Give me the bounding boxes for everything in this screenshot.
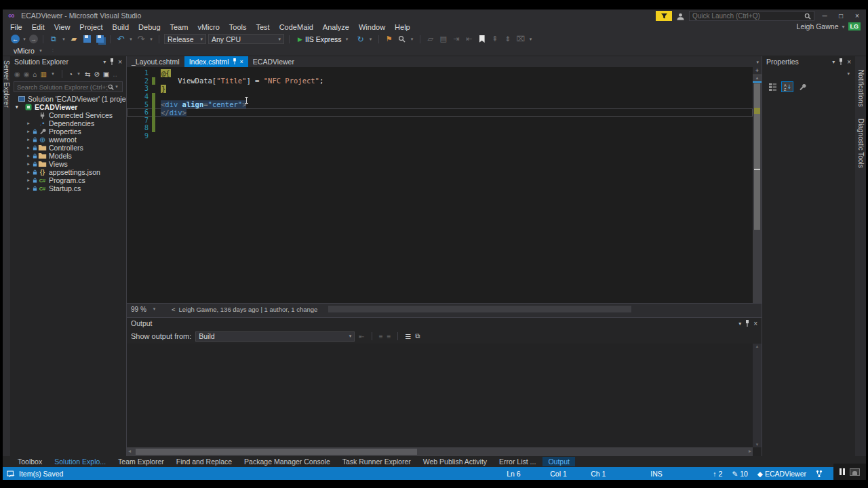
code-line-8[interactable]: 8 (127, 124, 753, 132)
commits-ahead-indicator[interactable]: ↑ 2 (713, 470, 722, 478)
branch-indicator[interactable] (816, 470, 823, 478)
menu-item-build[interactable]: Build (108, 22, 134, 32)
code-line-9[interactable]: 9 (127, 132, 753, 140)
collapse-all-icon[interactable]: ▣ (103, 70, 109, 78)
menu-item-codemaid[interactable]: CodeMaid (275, 22, 318, 32)
right-strip-tab-notifications[interactable]: Notifications (857, 70, 865, 106)
platform-dropdown[interactable]: Any CPU▾ (208, 34, 284, 44)
collapsed-arrow-icon[interactable]: ▸ (25, 169, 32, 175)
breakpoint-margin[interactable] (127, 117, 136, 125)
bottom-tab-error-list-[interactable]: Error List ... (494, 457, 541, 466)
bottom-tab-find-and-replace[interactable]: Find and Replace (171, 457, 237, 466)
collapsed-arrow-icon[interactable]: ▸ (25, 121, 32, 126)
chevron-down-icon[interactable]: ▾ (22, 37, 27, 42)
chevron-down-icon[interactable]: ▾ (410, 37, 415, 42)
breakpoint-margin[interactable] (127, 69, 136, 77)
back-icon[interactable]: ◉ (14, 70, 20, 78)
code-line-4[interactable]: 4 (127, 93, 753, 101)
editor-horizontal-scrollbar[interactable] (328, 304, 762, 314)
switch-views-icon[interactable]: ▥ (41, 70, 47, 78)
menu-item-window[interactable]: Window (354, 22, 390, 32)
chevron-down-icon[interactable]: ▾ (76, 71, 81, 77)
scroll-up-icon[interactable]: ▲ (753, 75, 762, 81)
chevron-down-icon[interactable]: ▾ (738, 321, 741, 327)
tree-item-dependencies[interactable]: ▸.•Dependencies (10, 119, 126, 127)
feedback-filter-icon[interactable] (656, 11, 672, 21)
new-project-button[interactable]: ⧉ (48, 34, 59, 44)
collapsed-arrow-icon[interactable]: ▸ (25, 178, 32, 183)
collapsed-arrow-icon[interactable]: ▸ (25, 153, 32, 159)
pending-changes-filter-icon[interactable]: ◔ (68, 70, 73, 78)
close-icon[interactable]: × (240, 58, 243, 65)
output-source-dropdown[interactable]: Build ▾ (195, 331, 355, 342)
toolbar-overflow-icon[interactable]: ▾ (528, 37, 534, 42)
chevron-down-icon[interactable]: ▾ (61, 37, 66, 42)
scrollbar-thumb[interactable] (754, 83, 760, 230)
save-all-button[interactable] (94, 34, 105, 44)
toggle-word-wrap-icon[interactable]: ⧉ (415, 332, 420, 340)
menu-item-project[interactable]: Project (75, 22, 107, 32)
menu-item-analyze[interactable]: Analyze (318, 22, 354, 32)
codelens-collapse-icon[interactable]: < (172, 306, 176, 313)
navigate-forward-button[interactable]: → (29, 35, 38, 43)
minimize-button[interactable]: ─ (818, 12, 831, 20)
close-icon[interactable]: × (753, 320, 757, 327)
show-all-files-icon[interactable]: ⊘ (94, 70, 99, 78)
save-button[interactable] (81, 34, 92, 44)
forward-icon[interactable]: ◉ (24, 70, 30, 78)
document-tab-ecadviewer[interactable]: ECADViewer (248, 56, 299, 67)
chevron-down-icon[interactable]: ▾ (368, 37, 374, 42)
tree-item-program-cs[interactable]: ▸C#Program.cs (10, 176, 126, 184)
close-button[interactable]: × (851, 12, 863, 20)
menu-item-test[interactable]: Test (251, 22, 274, 32)
chevron-down-icon[interactable]: ▾ (128, 37, 134, 42)
comment-flag-icon[interactable]: ⚑ (384, 34, 395, 44)
bottom-tab-task-runner-explorer[interactable]: Task Runner Explorer (337, 457, 416, 466)
pin-icon[interactable] (745, 320, 749, 327)
breakpoint-margin[interactable] (127, 93, 136, 101)
output-title-bar[interactable]: Output ▾ × (127, 318, 762, 329)
solution-search-input[interactable] (17, 83, 108, 91)
code-line-3[interactable]: 3} (127, 85, 753, 93)
right-strip-tab-diagnostic-tools[interactable]: Diagnostic Tools (857, 119, 865, 168)
tree-row-project[interactable]: ▾ECADViewer (10, 103, 126, 111)
breakpoint-margin[interactable] (127, 85, 136, 93)
vmicro-dropdown[interactable]: vMicro ▾ (9, 47, 47, 55)
open-file-button[interactable]: ▰ (68, 34, 79, 44)
bottom-tab-package-manager-console[interactable]: Package Manager Console (239, 457, 336, 466)
menu-item-tools[interactable]: Tools (224, 22, 252, 32)
picture-icon[interactable] (850, 468, 860, 476)
bottom-tab-team-explorer[interactable]: Team Explorer (113, 457, 170, 466)
solution-search-box[interactable]: ▾ (14, 81, 123, 92)
tree-item-views[interactable]: ▸Views (10, 160, 126, 168)
menu-item-team[interactable]: Team (165, 22, 193, 32)
menu-item-vmicro[interactable]: vMicro (193, 22, 224, 32)
toolbar-overflow-icon[interactable]: ⁚ (50, 48, 56, 54)
prev-bookmark-icon[interactable]: ⇞ (490, 34, 500, 44)
chevron-down-icon[interactable]: ▾ (149, 37, 154, 42)
codelens-info[interactable]: < Leigh Gawne, 136 days ago | 1 author, … (162, 306, 317, 313)
breakpoint-margin[interactable] (127, 132, 136, 140)
next-bookmark-icon[interactable]: ⇟ (502, 34, 513, 44)
run-button[interactable]: ▶ IIS Express ▾ (294, 34, 353, 45)
find-message-icon[interactable]: ⇤ (359, 333, 364, 340)
code-editor[interactable]: 1@{2 ViewData["Title"] = "NFC Project";3… (127, 67, 762, 303)
quick-launch-input[interactable] (689, 11, 814, 21)
redo-button[interactable]: ↷ (136, 34, 146, 44)
code-line-5[interactable]: 5<div align="center"> (127, 100, 753, 108)
menu-item-edit[interactable]: Edit (27, 22, 50, 32)
undo-button[interactable]: ↶ (115, 34, 126, 44)
sync-with-active-document-icon[interactable]: ⇆ (85, 70, 90, 78)
pin-icon[interactable] (839, 58, 843, 65)
menu-item-file[interactable]: File (5, 22, 27, 32)
breakpoint-margin[interactable] (127, 77, 136, 85)
expanded-arrow-icon[interactable]: ▾ (10, 104, 17, 110)
tree-item-models[interactable]: ▸Models (10, 152, 126, 160)
output-horizontal-scrollbar[interactable] (127, 447, 753, 456)
indent-icon[interactable]: ⇥ (451, 34, 462, 44)
refresh-button[interactable]: ↻ (355, 34, 366, 44)
breakpoint-margin[interactable] (127, 124, 136, 132)
menu-item-debug[interactable]: Debug (134, 22, 165, 32)
document-tab-_layout.cshtml[interactable]: _Layout.cshtml (127, 56, 184, 67)
tree-item-properties[interactable]: ▸Properties (10, 127, 126, 136)
